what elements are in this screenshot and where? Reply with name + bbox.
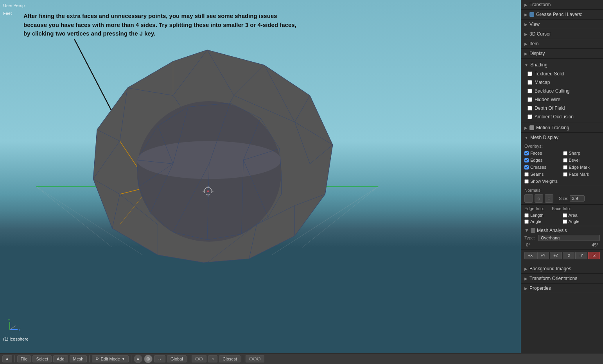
pivot-button[interactable]: ↔ xyxy=(154,355,165,362)
edge-mark-checkbox[interactable] xyxy=(563,165,567,170)
edges-label: Edges xyxy=(530,158,542,162)
sidebar-item-3d-cursor[interactable]: ▶ 3D Cursor xyxy=(521,29,603,39)
length-label: Length xyxy=(530,213,544,218)
seams-label: Seams xyxy=(530,172,544,177)
sidebar-item-mesh-display[interactable]: ▼ Mesh Display xyxy=(521,133,603,142)
textured-solid-checkbox[interactable] xyxy=(528,71,532,76)
plus-z-button[interactable]: +Z xyxy=(550,252,562,259)
backface-culling-label: Backface Culling xyxy=(535,88,569,94)
sidebar-item-view[interactable]: ▶ View xyxy=(521,20,603,29)
select-menu-button[interactable]: Select xyxy=(32,355,52,362)
minus-z-button[interactable]: -Z xyxy=(588,252,600,259)
type-value-input[interactable] xyxy=(538,235,600,241)
add-menu-button[interactable]: Add xyxy=(53,355,68,362)
area-row: Area xyxy=(563,212,600,218)
edges-checkbox[interactable] xyxy=(524,158,529,162)
snap-target-button[interactable]: Closest xyxy=(219,355,240,362)
edge-face-info-section: Edge Info: Face Info: Length Area Angle xyxy=(521,204,603,226)
properties-label: Properties xyxy=(529,285,551,291)
ambient-occlusion-label: Ambient Occlusion xyxy=(535,114,574,120)
plus-y-button[interactable]: +Y xyxy=(537,252,549,259)
item-arrow: ▶ xyxy=(524,42,528,46)
edge-angle-row: Angle xyxy=(524,219,562,224)
file-menu-button[interactable]: File xyxy=(17,355,31,362)
minus-y-button[interactable]: -Y xyxy=(575,252,587,259)
engine-icon-button[interactable]: ● xyxy=(2,355,12,362)
transform-arrow: ▶ xyxy=(524,3,528,7)
backface-culling-checkbox[interactable] xyxy=(528,89,532,93)
creases-checkbox[interactable] xyxy=(524,165,529,170)
edge-info-label: Edge Info: xyxy=(524,206,544,211)
face-angle-checkbox[interactable] xyxy=(563,219,567,224)
edge-angle-label: Angle xyxy=(530,219,541,224)
mesh-display-arrow: ▼ xyxy=(524,136,528,140)
edge-angle-checkbox[interactable] xyxy=(524,219,529,224)
mesh-menu-button[interactable]: Mesh xyxy=(70,355,87,362)
edges-overlay-item: Edges xyxy=(524,157,562,163)
mesh-tools[interactable]: ⬡⬡⬡ xyxy=(246,355,264,362)
snap-group[interactable]: ⬡⬡ xyxy=(192,355,206,362)
face-mark-checkbox[interactable] xyxy=(563,172,567,177)
depth-of-field-row: Depth Of Field xyxy=(521,104,603,112)
bevel-checkbox[interactable] xyxy=(563,158,567,162)
sidebar-item-background-images[interactable]: ▶ Background Images xyxy=(521,264,603,273)
proportional-editing[interactable]: ○ xyxy=(208,355,218,362)
minus-x-button[interactable]: -X xyxy=(563,252,575,259)
show-weights-checkbox[interactable] xyxy=(524,179,529,184)
matcap-checkbox[interactable] xyxy=(528,80,532,85)
matcap-label: Matcap xyxy=(535,80,550,85)
separator-3 xyxy=(131,355,131,362)
depth-of-field-label: Depth Of Field xyxy=(535,105,565,111)
sidebar-item-grease-pencil[interactable]: ▶ Grease Pencil Layers: xyxy=(521,10,603,19)
loop-normals-icon[interactable]: □ xyxy=(545,194,553,203)
sidebar-item-transform[interactable]: ▶ Transform xyxy=(521,0,603,9)
sidebar-item-transform-orientations[interactable]: ▶ Transform Orientations xyxy=(521,274,603,283)
grease-pencil-arrow: ▶ xyxy=(524,12,528,17)
length-checkbox[interactable] xyxy=(524,213,529,218)
ambient-occlusion-checkbox[interactable] xyxy=(528,114,532,119)
xyz-buttons-group: +X +Y +Z -X -Y -Z xyxy=(521,249,603,262)
display-arrow: ▶ xyxy=(524,52,528,56)
range-end-label: 45° xyxy=(592,243,598,247)
transform-label: Transform xyxy=(529,2,551,7)
hidden-wire-checkbox[interactable] xyxy=(528,97,532,102)
sidebar-item-display[interactable]: ▶ Display xyxy=(521,49,603,58)
area-checkbox[interactable] xyxy=(563,213,567,218)
3d-mesh xyxy=(31,20,383,293)
vertex-normals-icon[interactable]: ⋅ xyxy=(524,194,533,203)
orientation-button[interactable]: Global xyxy=(167,355,187,362)
face-normals-icon[interactable]: ◇ xyxy=(535,194,543,203)
size-label: Size: xyxy=(559,196,568,201)
sidebar-item-properties[interactable]: ▶ Properties xyxy=(521,284,603,293)
mesh-display-label: Mesh Display xyxy=(530,135,558,140)
motion-tracking-arrow: ▶ xyxy=(524,126,528,130)
axis-indicator: X Y xyxy=(6,318,22,334)
depth-of-field-checkbox[interactable] xyxy=(528,106,532,111)
edit-mode-button[interactable]: ⚙ Edit Mode ▼ xyxy=(92,355,128,362)
sharp-checkbox[interactable] xyxy=(563,151,567,155)
normals-label: Normals: xyxy=(524,188,600,193)
sidebar-item-motion-tracking[interactable]: ▶ Motion Tracking xyxy=(521,123,603,132)
normals-size-input[interactable] xyxy=(570,195,585,202)
faces-checkbox[interactable] xyxy=(524,151,529,155)
viewport-shading-button[interactable]: ◎ xyxy=(144,355,153,363)
sidebar-item-shading[interactable]: ▼ Shading xyxy=(521,60,603,70)
item-label: Item xyxy=(529,41,538,46)
seams-checkbox[interactable] xyxy=(524,172,529,177)
3d-viewport[interactable]: User Persp Feet After fixing the extra f… xyxy=(0,0,521,353)
edit-mode-icon: ⚙ xyxy=(95,357,99,361)
motion-tracking-label: Motion Tracking xyxy=(536,125,569,130)
plus-x-button[interactable]: +X xyxy=(524,252,537,259)
motion-tracking-icon xyxy=(529,125,534,130)
draw-type-button[interactable]: ● xyxy=(134,355,142,363)
cursor-arrow: ▶ xyxy=(524,32,528,36)
sidebar-item-item[interactable]: ▶ Item xyxy=(521,39,603,48)
properties-arrow: ▶ xyxy=(524,286,528,291)
creases-overlay-item: Creases xyxy=(524,164,562,170)
edge-mark-label: Edge Mark xyxy=(569,165,590,170)
bg-images-label: Background Images xyxy=(529,266,571,271)
mesh-analysis-label: Mesh Analysis xyxy=(537,228,567,233)
grease-pencil-label: Grease Pencil Layers: xyxy=(536,12,582,17)
analysis-color-icon xyxy=(531,228,535,233)
separator-2 xyxy=(89,355,90,362)
